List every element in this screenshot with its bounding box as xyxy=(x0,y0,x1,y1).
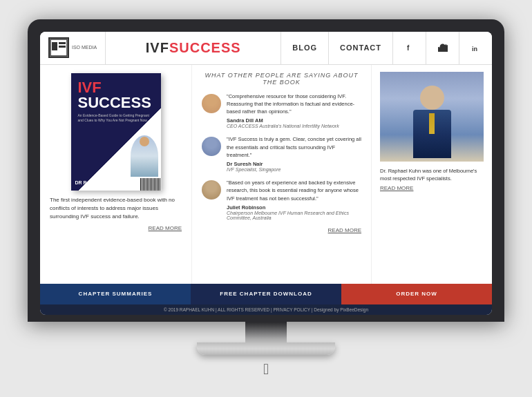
svg-rect-1 xyxy=(52,42,57,50)
author-tie xyxy=(429,113,435,134)
book-cover: IVF SUCCESS An Evidence-Based Guide to G… xyxy=(71,73,161,191)
svg-rect-3 xyxy=(59,46,66,48)
author-photo xyxy=(380,72,484,162)
apple-logo:  xyxy=(263,360,269,378)
section-title: WHAT OTHER PEOPLE ARE SAYING ABOUT THE B… xyxy=(202,72,361,86)
nav-social: f in xyxy=(392,32,492,64)
logo[interactable]: ISO MEDIA xyxy=(40,32,106,64)
book-title-success: SUCCESS xyxy=(78,95,151,110)
author-body xyxy=(413,110,451,158)
monitor-neck xyxy=(245,322,287,342)
center-panel: WHAT OTHER PEOPLE ARE SAYING ABOUT THE B… xyxy=(192,65,371,284)
testimonial-avatar-1 xyxy=(202,94,221,113)
footer-order-now[interactable]: ORDER NOW xyxy=(341,284,492,304)
read-more-left[interactable]: READ MORE xyxy=(50,225,182,231)
testimonial-1: "Comprehensive resource for those consid… xyxy=(202,93,361,129)
svg-text:f: f xyxy=(407,44,410,52)
nav-items: BLOG CONTACT xyxy=(281,32,392,64)
nav-blog[interactable]: BLOG xyxy=(281,32,328,64)
author-description: Dr. Raphael Kuhn was one of Melbourne's … xyxy=(380,167,484,183)
testimonial-title-3: Chairperson Melbourne IVF Human Research… xyxy=(227,211,361,220)
read-more-right[interactable]: READ MORE xyxy=(380,185,484,191)
brand-ivf: IVF xyxy=(146,40,169,56)
testimonial-quote-3: "Based on years of experience and backed… xyxy=(227,179,361,202)
left-panel: IVF SUCCESS An Evidence-Based Guide to G… xyxy=(40,65,192,284)
testimonial-avatar-2 xyxy=(202,137,221,156)
brand: IVF SUCCESS xyxy=(106,32,281,64)
book-title-ivf: IVF xyxy=(78,80,102,95)
right-panel: Dr. Raphael Kuhn was one of Melbourne's … xyxy=(371,65,492,284)
testimonial-content-2: "IVF Success is truly a gem. Clear, conc… xyxy=(227,135,361,172)
bottom-bar: © 2019 RAPHAEL KUHN | ALL RIGHTS RESERVE… xyxy=(40,304,492,315)
nav-linkedin[interactable]: in xyxy=(459,32,492,64)
book-barcode xyxy=(140,178,161,191)
testimonial-name-1: Sandra Dill AM xyxy=(227,117,361,124)
screen: ISO MEDIA IVF SUCCESS BLOG CONTACT f xyxy=(40,32,492,315)
testimonial-content-3: "Based on years of experience and backed… xyxy=(227,179,361,220)
brand-success: SUCCESS xyxy=(169,40,241,56)
navigation: ISO MEDIA IVF SUCCESS BLOG CONTACT f xyxy=(40,32,492,65)
author-silhouette xyxy=(404,79,459,162)
testimonial-title-2: IVF Specialist, Singapore xyxy=(227,167,361,172)
svg-text:in: in xyxy=(472,46,477,52)
testimonial-name-3: Juliet Robinson xyxy=(227,204,361,211)
nav-facebook[interactable]: f xyxy=(392,32,426,64)
logo-icon xyxy=(48,37,69,58)
footer-chapter-summaries[interactable]: CHAPTER SUMMARIES xyxy=(40,284,191,304)
testimonial-3: "Based on years of experience and backed… xyxy=(202,179,361,220)
testimonial-quote-2: "IVF Success is truly a gem. Clear, conc… xyxy=(227,135,361,159)
nav-twitter[interactable] xyxy=(426,32,459,64)
read-more-center[interactable]: READ MORE xyxy=(202,227,361,233)
footer-navigation: CHAPTER SUMMARIES FREE CHAPTER DOWNLOAD … xyxy=(40,284,492,304)
monitor: ISO MEDIA IVF SUCCESS BLOG CONTACT f xyxy=(24,19,508,378)
testimonial-content-1: "Comprehensive resource for those consid… xyxy=(227,93,361,129)
monitor-body: ISO MEDIA IVF SUCCESS BLOG CONTACT f xyxy=(28,19,504,322)
nav-contact[interactable]: CONTACT xyxy=(328,32,392,64)
testimonial-name-2: Dr Suresh Nair xyxy=(227,161,361,167)
testimonial-2: "IVF Success is truly a gem. Clear, conc… xyxy=(202,135,361,172)
monitor-base xyxy=(197,342,335,355)
book-figure-head xyxy=(140,137,149,146)
book-figure xyxy=(131,135,158,177)
monitor-bezel: ISO MEDIA IVF SUCCESS BLOG CONTACT f xyxy=(40,32,492,315)
left-description: The first independent evidence-based boo… xyxy=(50,196,182,221)
main-content: IVF SUCCESS An Evidence-Based Guide to G… xyxy=(40,65,492,284)
testimonial-title-1: CEO ACCESS Australia's National Infertil… xyxy=(227,124,361,128)
book-author: DR RAPHAEL KUHN xyxy=(75,180,122,185)
author-head xyxy=(420,86,444,110)
logo-text: ISO MEDIA xyxy=(72,45,97,50)
footer-free-chapter[interactable]: FREE CHAPTER DOWNLOAD xyxy=(191,284,341,304)
svg-rect-2 xyxy=(59,42,66,44)
book-subtitle: An Evidence-Based Guide to Getting Pregn… xyxy=(78,113,154,123)
testimonial-avatar-3 xyxy=(202,180,221,200)
testimonial-quote-1: "Comprehensive resource for those consid… xyxy=(227,93,361,116)
